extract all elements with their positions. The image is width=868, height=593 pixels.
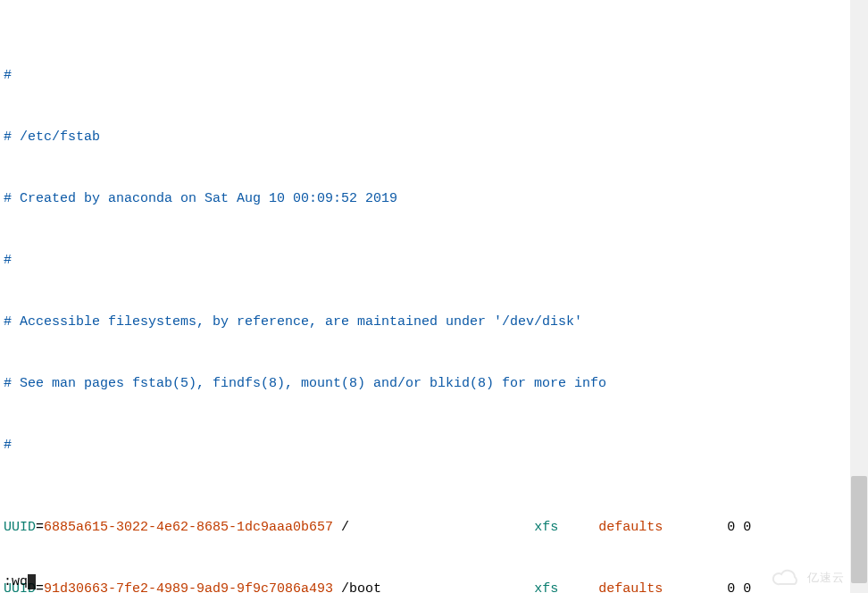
mount-opts: defaults xyxy=(598,520,663,535)
vim-command: :wq xyxy=(4,574,28,589)
watermark: 亿速云 xyxy=(772,568,845,588)
fs-type: xfs xyxy=(534,581,558,593)
mount-point: /boot xyxy=(341,581,381,593)
scrollbar-track[interactable] xyxy=(850,0,868,593)
dump-pass: 0 0 xyxy=(727,581,751,593)
comment-line: # See man pages fstab(5), findfs(8), mou… xyxy=(4,376,606,391)
dump-pass: 0 0 xyxy=(727,520,751,535)
vim-command-line[interactable]: :wq xyxy=(4,574,36,589)
comment-line: # Created by anaconda on Sat Aug 10 00:0… xyxy=(4,191,397,206)
fstab-entry: UUID=91d30663-7fe2-4989-9ad9-9f9c7086a49… xyxy=(4,579,847,593)
comment-line: # /etc/fstab xyxy=(4,129,100,145)
cloud-icon xyxy=(772,568,802,588)
mount-opts: defaults xyxy=(598,581,663,593)
scrollbar-thumb[interactable] xyxy=(851,476,867,583)
fstab-entry: UUID=6885a615-3022-4e62-8685-1dc9aaa0b65… xyxy=(4,517,847,538)
watermark-text: 亿速云 xyxy=(807,570,845,586)
fs-type: xfs xyxy=(534,520,558,535)
mount-point: / xyxy=(341,520,349,535)
comment-line: # xyxy=(4,253,12,268)
comment-line: # Accessible filesystems, by reference, … xyxy=(4,314,582,330)
cursor-icon xyxy=(28,574,36,589)
uuid-value: 91d30663-7fe2-4989-9ad9-9f9c7086a493 xyxy=(44,581,333,593)
comment-line: # xyxy=(4,438,12,453)
terminal-viewport[interactable]: # # /etc/fstab # Created by anaconda on … xyxy=(0,0,850,593)
uuid-key: UUID xyxy=(4,520,36,535)
uuid-value: 6885a615-3022-4e62-8685-1dc9aaa0b657 xyxy=(44,520,333,535)
comment-line: # xyxy=(4,68,12,83)
